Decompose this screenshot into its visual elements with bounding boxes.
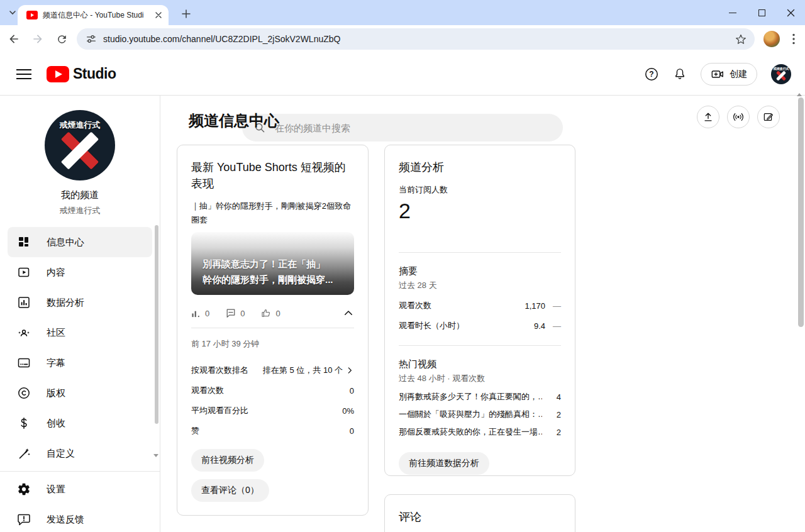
youtube-logo-icon [47,66,69,82]
sidebar-item-label: 内容 [47,267,65,279]
forward-button[interactable] [28,29,48,49]
content-icon [16,265,31,280]
sidebar-item-label: 字幕 [47,357,65,369]
card-divider [399,345,561,346]
browser-address-bar: studio.youtube.com/channel/UC8Z2DIPL_2jS… [0,25,805,53]
channel-avatar[interactable]: 戒煙進行式 [45,110,115,180]
trend-flat-icon: — [553,321,561,331]
monetization-dollar-icon [16,416,31,431]
sidebar-item-label: 创收 [47,418,65,429]
new-tab-button[interactable] [177,5,195,23]
page-scrollbar[interactable] [798,97,804,327]
latest-short-card: 最新 YouTube Shorts 短视频的表现 ｜抽」幹你的隱形對手，剛剛被揭… [177,145,369,516]
youtube-studio-logo[interactable]: Studio [47,65,116,82]
sidebar-scroll-down-icon[interactable] [153,454,158,457]
sidebar-item-copyright[interactable]: 版权 [8,378,152,408]
sidebar-item-feedback[interactable]: 发送反馈 [8,504,152,532]
rank-value: 排在第 5 位，共 10 个 [263,365,343,376]
tab-close-icon[interactable] [155,11,162,19]
sidebar: 戒煙進行式 我的频道 戒煙進行式 信息中心 内容 [0,96,160,532]
youtube-favicon-icon [26,11,38,19]
sidebar-nav: 信息中心 内容 数据分析 社区 [0,227,160,532]
sidebar-item-community[interactable]: 社区 [8,318,152,348]
maximize-icon [758,9,765,16]
url-bar[interactable]: studio.youtube.com/channel/UC8Z2DIPL_2jS… [77,28,755,50]
top-video-row[interactable]: 那個反覆戒菸失敗的你，正在發生一場… 2 [399,427,561,437]
video-thumbnail[interactable]: 別再談意志力了！正在「抽」 幹你的隱形對手，剛剛被揭穿... [191,232,354,295]
browser-menu-kebab-icon[interactable] [786,33,801,45]
url-text: studio.youtube.com/channel/UC8Z2DIPL_2jS… [103,34,735,44]
channel-handle: 戒煙進行式 [0,205,160,216]
sidebar-item-content[interactable]: 内容 [8,257,152,287]
window-minimize-button[interactable] [718,0,747,25]
top-video-row[interactable]: 一個關於「吸菸與壓力」的殘酷真相：… 2 [399,409,561,419]
edit-button[interactable] [757,106,780,128]
stat-row-views: 观看次数0 [191,385,354,396]
mini-views-count: 0 [205,309,209,318]
browser-tab-strip: 频道信息中心 - YouTube Studi [0,0,805,25]
tab-title: 频道信息中心 - YouTube Studi [43,10,151,21]
sidebar-item-label: 数据分析 [47,297,84,309]
dashboard-icon [16,235,31,250]
sidebar-item-label: 发送反馈 [47,514,84,526]
summary-period: 过去 28 天 [399,280,561,291]
upload-videos-button[interactable] [697,106,719,128]
create-video-icon [711,67,724,81]
summary-row-views: 观看次数 1,170— [399,300,561,311]
menu-hamburger-icon[interactable] [16,68,31,80]
go-to-channel-analytics-button[interactable]: 前往频道数据分析 [399,452,489,475]
thumbnail-text-line1: 別再談意志力了！正在「抽」 [203,256,333,272]
subtitles-icon [16,355,31,370]
sidebar-item-monetization[interactable]: 创收 [8,408,152,438]
rank-row[interactable]: 按观看次数排名 排在第 5 位，共 10 个 [191,365,354,376]
sidebar-divider [0,471,160,472]
card-divider [191,328,354,328]
channel-name: 我的频道 [0,189,160,201]
latest-video-title: ｜抽」幹你的隱形對手，剛剛被揭穿2個致命圈套 [191,199,354,227]
create-button[interactable]: 创建 [701,63,757,86]
sidebar-scrollbar[interactable] [155,225,158,424]
chevron-right-icon [345,366,354,375]
card-divider [399,252,561,253]
window-close-button[interactable] [776,0,805,25]
top-videos-title: 热门视频 [399,358,561,370]
mini-likes-count: 0 [275,309,280,318]
sidebar-item-subtitles[interactable]: 字幕 [8,348,152,378]
sidebar-item-settings[interactable]: 设置 [8,474,152,504]
comments-icon [226,308,236,318]
browser-profile-avatar[interactable] [763,31,780,47]
back-button[interactable] [4,29,24,49]
browser-tab[interactable]: 频道信息中心 - YouTube Studi [18,5,169,25]
notifications-bell-icon[interactable] [673,67,687,82]
sidebar-item-label: 版权 [47,387,65,399]
analytics-icon [16,295,31,310]
go-to-video-analytics-button[interactable]: 前往视频分析 [191,449,264,472]
sidebar-item-customization[interactable]: 自定义 [8,438,152,468]
settings-gear-icon [16,482,31,497]
top-videos-period: 过去 48 小时 · 观看次数 [399,373,561,384]
site-settings-tune-icon[interactable] [86,33,97,45]
refresh-button[interactable] [52,29,72,49]
sidebar-item-analytics[interactable]: 数据分析 [8,287,152,318]
create-button-label: 创建 [730,69,747,80]
rank-label: 按观看次数排名 [191,365,248,376]
bookmark-star-icon[interactable] [735,33,747,45]
copyright-icon [16,385,31,401]
feedback-icon [16,512,31,527]
top-video-row[interactable]: 別再數戒菸多少天了！你真正要闖的，… 4 [399,392,561,402]
channel-analytics-card: 频道分析 当前订阅人数 2 摘要 过去 28 天 观看次数 1,170— 观看时… [384,145,575,476]
go-live-button[interactable] [727,106,750,128]
collapse-chevron-up-icon[interactable] [343,308,354,319]
account-avatar[interactable]: 戒煙進行式 [771,64,791,84]
see-comments-button[interactable]: 查看评论（0） [191,479,269,502]
studio-logo-text: Studio [73,65,116,82]
mini-comments-count: 0 [240,309,245,318]
page-scroll-up-icon[interactable] [797,93,802,96]
summary-title: 摘要 [399,265,561,277]
community-icon [16,325,31,340]
thumbnail-text-line2: 幹你的隱形對手，剛剛被揭穿... [203,272,333,287]
minimize-icon [729,13,736,13]
sidebar-item-dashboard[interactable]: 信息中心 [8,227,152,257]
help-icon[interactable]: ? [644,67,659,82]
window-maximize-button[interactable] [747,0,776,25]
